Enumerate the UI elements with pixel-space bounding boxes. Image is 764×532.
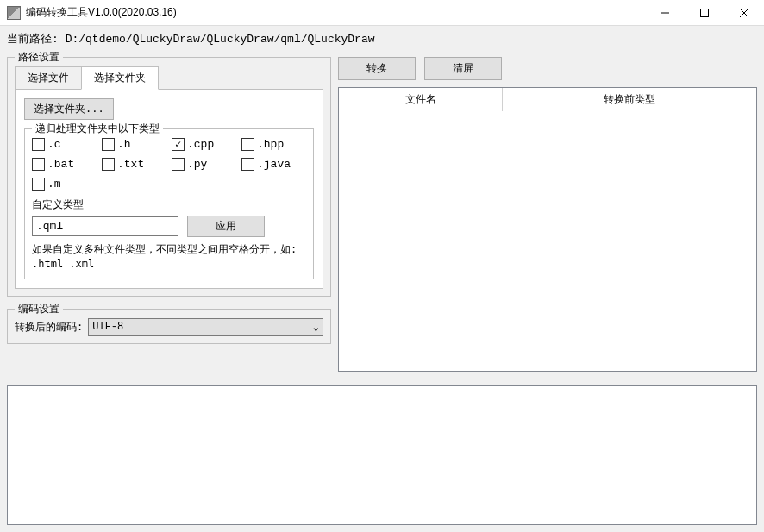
checkbox-icon (32, 138, 45, 151)
clear-button[interactable]: 清屏 (424, 57, 502, 80)
app-icon (7, 6, 21, 20)
svg-rect-1 (701, 9, 709, 16)
checkbox-label: .c (47, 138, 61, 151)
chevron-down-icon: ⌄ (313, 321, 319, 334)
checkbox-icon (241, 138, 254, 151)
checkbox-icon (241, 158, 254, 171)
custom-type-input[interactable] (32, 216, 178, 236)
checkbox-label: .bat (47, 158, 74, 171)
maximize-icon (700, 9, 709, 17)
select-folder-button[interactable]: 选择文件夹... (24, 98, 114, 120)
path-label: 当前路径: (7, 32, 59, 45)
convert-button[interactable]: 转换 (338, 57, 416, 80)
custom-type-label: 自定义类型 (32, 197, 306, 212)
path-settings-group: 路径设置 选择文件 选择文件夹 选择文件夹... 递归处理文件夹中以下类型 .c… (7, 57, 331, 297)
checkbox-bat[interactable]: .bat (32, 158, 97, 171)
encoding-settings-group: 编码设置 转换后的编码: UTF-8 ⌄ (7, 309, 331, 344)
checkbox-label: .py (187, 158, 207, 171)
checkbox-icon (32, 158, 45, 171)
recursive-types-group: 递归处理文件夹中以下类型 .c .h ✓.cpp .hpp .bat .txt … (24, 128, 314, 279)
close-icon (740, 9, 748, 17)
checkbox-icon (172, 158, 185, 171)
tab-panel-folder: 选择文件夹... 递归处理文件夹中以下类型 .c .h ✓.cpp .hpp .… (15, 89, 323, 289)
tab-select-folder[interactable]: 选择文件夹 (81, 66, 159, 90)
checkbox-cpp[interactable]: ✓.cpp (172, 138, 236, 151)
encoding-label: 转换后的编码: (15, 320, 83, 335)
maximize-button[interactable] (685, 0, 724, 26)
checkbox-icon (32, 178, 45, 191)
titlebar: 编码转换工具V1.0.0(2020.03.16) (0, 0, 764, 26)
checkbox-icon: ✓ (172, 138, 185, 151)
checkbox-label: .m (47, 178, 61, 191)
log-textarea[interactable] (7, 385, 757, 525)
tab-select-file[interactable]: 选择文件 (15, 66, 82, 90)
file-table[interactable]: 文件名 转换前类型 (338, 87, 757, 372)
checkbox-label: .hpp (257, 138, 284, 151)
close-button[interactable] (724, 0, 764, 26)
checkbox-label: .cpp (187, 138, 214, 151)
checkbox-py[interactable]: .py (172, 158, 236, 171)
checkbox-icon (102, 158, 115, 171)
column-before-type[interactable]: 转换前类型 (503, 88, 756, 111)
checkbox-java[interactable]: .java (241, 158, 306, 171)
window-title: 编码转换工具V1.0.0(2020.03.16) (26, 5, 645, 20)
recursive-types-title: 递归处理文件夹中以下类型 (32, 122, 163, 136)
checkbox-label: .h (117, 138, 131, 151)
minimize-icon (661, 9, 669, 17)
checkbox-hpp[interactable]: .hpp (241, 138, 306, 151)
path-settings-title: 路径设置 (15, 50, 63, 65)
minimize-button[interactable] (645, 0, 685, 26)
encoding-settings-title: 编码设置 (15, 302, 63, 316)
custom-type-hint: 如果自定义多种文件类型，不同类型之间用空格分开，如: .html .xml (32, 242, 306, 272)
checkbox-label: .java (257, 158, 291, 171)
path-value: D:/qtdemo/QLuckyDraw/QLuckyDraw/qml/QLuc… (66, 33, 375, 46)
encoding-combo[interactable]: UTF-8 ⌄ (88, 318, 323, 336)
table-header: 文件名 转换前类型 (339, 88, 756, 112)
checkbox-txt[interactable]: .txt (102, 158, 166, 171)
encoding-value: UTF-8 (92, 321, 123, 333)
current-path: 当前路径: D:/qtdemo/QLuckyDraw/QLuckyDraw/qm… (7, 31, 757, 47)
checkbox-c[interactable]: .c (32, 138, 97, 151)
checkbox-h[interactable]: .h (102, 138, 166, 151)
checkbox-m[interactable]: .m (32, 178, 97, 191)
column-filename[interactable]: 文件名 (339, 88, 503, 111)
checkbox-icon (102, 138, 115, 151)
apply-button[interactable]: 应用 (187, 216, 265, 237)
checkbox-label: .txt (117, 158, 144, 171)
